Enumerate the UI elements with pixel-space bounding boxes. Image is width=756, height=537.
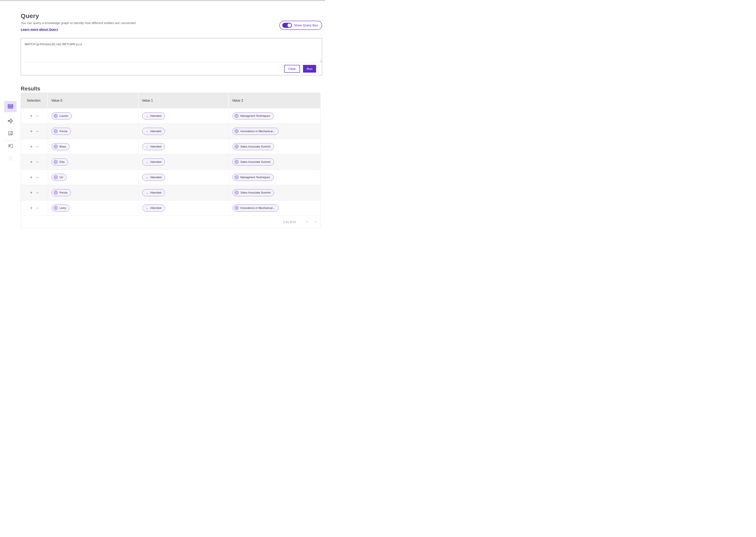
- node-pill[interactable]: Sales Associate Summit: [232, 189, 274, 196]
- run-button[interactable]: Run: [303, 65, 316, 73]
- chart-view-button[interactable]: [4, 129, 17, 138]
- results-table: Selection Value 0 Value 1 Value 2 + − La…: [21, 93, 320, 228]
- table-body: + − Lauren → Attended Managment Techniqu…: [21, 108, 320, 216]
- show-query-box-toggle[interactable]: Show Query Box: [279, 21, 322, 30]
- edge-pill[interactable]: → Attended: [142, 204, 165, 212]
- table-row: + − Beau → Attended Sales Associate Summ…: [21, 139, 320, 154]
- dashed-box-disabled-icon: [8, 156, 13, 162]
- results-view-rail: [4, 101, 17, 163]
- edge-pill[interactable]: → Attended: [142, 112, 165, 119]
- edge-pill[interactable]: → Attended: [142, 143, 165, 150]
- query-action-bar: Clear Run: [21, 62, 322, 75]
- chart-line-box-icon: [8, 131, 13, 137]
- node-pill-label: Innovations in Mechanical...: [240, 206, 275, 210]
- selection-cell: + −: [21, 124, 48, 139]
- node-pill[interactable]: Lauren: [52, 112, 72, 119]
- learn-more-link[interactable]: Learn more about Query: [21, 27, 58, 31]
- node-pill[interactable]: Innovations in Mechanical...: [232, 204, 279, 212]
- value2-cell: Sales Associate Summit: [229, 139, 320, 154]
- add-selection-button[interactable]: +: [30, 190, 33, 195]
- node-circle-icon: [54, 160, 58, 164]
- add-selection-button[interactable]: +: [30, 206, 33, 210]
- add-selection-button[interactable]: +: [30, 145, 33, 149]
- arrow-right-icon: →: [145, 160, 148, 163]
- add-selection-button[interactable]: +: [30, 160, 33, 164]
- edge-pill[interactable]: → Attended: [142, 128, 165, 135]
- node-pill-label: Sales Associate Summit: [240, 160, 270, 163]
- node-pill-label: Persie: [60, 191, 67, 194]
- node-pill[interactable]: Larry: [52, 204, 69, 212]
- add-selection-button[interactable]: +: [30, 129, 33, 133]
- node-circle-icon: [54, 114, 58, 118]
- node-pill[interactable]: Sales Associate Summit: [232, 143, 274, 150]
- value0-cell: Beau: [48, 139, 139, 154]
- query-editor-container: MATCH (p:Person)-[r]->(e) RETURN p,r,e C…: [21, 38, 322, 75]
- node-pill[interactable]: Sales Associate Summit: [232, 158, 274, 166]
- next-page-icon[interactable]: >: [314, 220, 316, 224]
- query-input[interactable]: MATCH (p:Person)-[r]->(e) RETURN p,r,e: [21, 38, 322, 62]
- node-circle-icon: [54, 175, 58, 179]
- rail-divider: [4, 141, 17, 141]
- value0-cell: Etta: [48, 154, 139, 169]
- disabled-view-button: [4, 154, 17, 163]
- node-pill-label: Innovations in Mechanical...: [240, 130, 275, 133]
- table-row: + − Uri → Attended Managment Techniques: [21, 169, 320, 185]
- node-pill[interactable]: Persie: [52, 189, 71, 196]
- edge-pill[interactable]: → Attended: [142, 189, 165, 196]
- node-circle-icon: [54, 145, 58, 148]
- remove-selection-button[interactable]: −: [36, 190, 39, 195]
- results-title: Results: [21, 85, 40, 92]
- node-circle-icon: [235, 190, 239, 194]
- node-pill[interactable]: Beau: [52, 143, 70, 150]
- remove-selection-button[interactable]: −: [36, 114, 39, 118]
- selection-cell: + −: [21, 108, 48, 123]
- edge-pill[interactable]: → Attended: [142, 174, 165, 181]
- arrow-right-icon: →: [145, 206, 148, 210]
- add-selection-button[interactable]: +: [30, 114, 33, 118]
- toggle-switch-on-icon[interactable]: [282, 23, 292, 28]
- add-selection-button[interactable]: +: [30, 175, 33, 180]
- prev-page-icon[interactable]: <: [306, 220, 308, 224]
- edge-pill[interactable]: → Attended: [142, 158, 165, 166]
- node-pill[interactable]: Uri: [52, 174, 66, 181]
- value2-cell: Innovations in Mechanical...: [229, 200, 320, 216]
- node-pill-label: Larry: [60, 206, 66, 210]
- arrow-right-icon: →: [145, 130, 148, 133]
- value0-cell: Larry: [48, 200, 139, 216]
- edge-pill-label: Attended: [150, 160, 161, 163]
- remove-selection-button[interactable]: −: [36, 175, 39, 180]
- value0-cell: Lauren: [48, 108, 139, 123]
- remove-selection-button[interactable]: −: [36, 129, 39, 133]
- remove-selection-button[interactable]: −: [36, 145, 39, 149]
- node-pill-label: Uri: [60, 176, 63, 179]
- value2-cell: Managment Techniques: [229, 170, 320, 185]
- node-circle-icon: [235, 206, 239, 210]
- selection-cell: + −: [21, 154, 48, 169]
- value2-cell: Innovations in Mechanical...: [229, 124, 320, 139]
- value1-cell: → Attended: [139, 108, 229, 123]
- node-pill[interactable]: Managment Techniques: [232, 174, 274, 181]
- node-pill[interactable]: Managment Techniques: [232, 112, 274, 119]
- node-pill-label: Persie: [60, 130, 67, 133]
- column-header-value1: Value 1: [139, 93, 229, 108]
- node-pill-label: Etta: [60, 160, 64, 163]
- node-pill[interactable]: Etta: [52, 158, 68, 166]
- toggle-label: Show Query Box: [294, 23, 318, 27]
- arrow-right-icon: →: [145, 176, 148, 179]
- node-pill[interactable]: Innovations in Mechanical...: [232, 128, 279, 135]
- node-circle-icon: [54, 190, 58, 194]
- node-circle-icon: [235, 145, 239, 148]
- graph-view-button[interactable]: [4, 116, 17, 126]
- remove-selection-button[interactable]: −: [36, 160, 39, 164]
- node-circle-icon: [235, 114, 239, 118]
- clear-button[interactable]: Clear: [284, 65, 300, 73]
- graph-select-view-button[interactable]: [4, 142, 17, 151]
- node-pill[interactable]: Persie: [52, 128, 71, 135]
- edge-pill-label: Attended: [150, 176, 161, 179]
- remove-selection-button[interactable]: −: [36, 206, 39, 210]
- edge-pill-label: Attended: [150, 130, 161, 133]
- node-circle-icon: [235, 160, 239, 164]
- table-pagination-bar: 1-31 of 31 < >: [21, 216, 320, 228]
- table-view-button[interactable]: [4, 101, 17, 112]
- edge-pill-label: Attended: [150, 206, 161, 210]
